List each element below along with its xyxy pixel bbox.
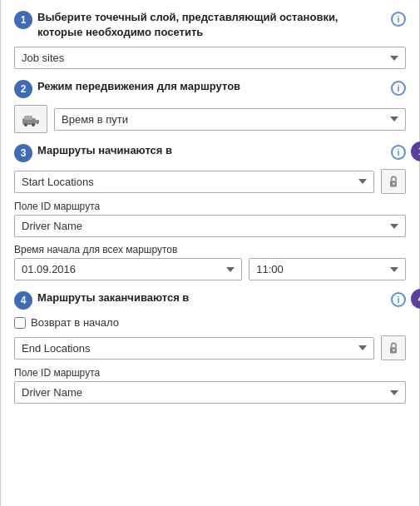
travel-mode-select[interactable]: Время в пути xyxy=(54,108,406,131)
step2-label: Режим передвижения для маршрутов xyxy=(37,79,386,94)
start-lock-button[interactable] xyxy=(381,169,406,194)
job-sites-select[interactable]: Job sites xyxy=(14,47,406,69)
return-to-start-row: Возврат в начало xyxy=(14,316,406,329)
step1-label: Выберите точечный слой, представляющий о… xyxy=(37,10,386,40)
step4-label: Маршруты заканчиваются в xyxy=(37,290,386,305)
svg-point-3 xyxy=(32,123,35,126)
start-time-label: Время начала для всех маршрутов xyxy=(14,244,406,255)
route-id-label-end: Поле ID маршрута xyxy=(14,367,406,379)
route-id-field-row-end: Поле ID маршрута Driver Name 5 xyxy=(14,367,406,404)
driver-name-select-start[interactable]: Driver Name xyxy=(14,215,406,237)
step1-dropdown-row: Job sites xyxy=(14,47,406,69)
svg-point-7 xyxy=(393,183,394,185)
step2-dropdown-row: Время в пути xyxy=(14,105,406,133)
step4-header: 4 Маршруты заканчиваются в i 4 xyxy=(14,290,406,310)
end-locations-select[interactable]: End Locations xyxy=(14,337,374,360)
svg-point-2 xyxy=(24,123,27,126)
start-locations-row: Start Locations 2 xyxy=(14,169,406,194)
end-locations-row: End Locations xyxy=(14,335,406,360)
date-select[interactable]: 01.09.2016 xyxy=(14,258,242,280)
route-id-label-start: Поле ID маршрута xyxy=(14,201,406,212)
step1-header: 1 Выберите точечный слой, представляющий… xyxy=(14,10,406,40)
start-time-row: Время начала для всех маршрутов 01.09.20… xyxy=(14,244,406,280)
step3-circle: 3 xyxy=(14,144,32,162)
step1-info-icon[interactable]: i xyxy=(391,12,406,27)
step4-circle: 4 xyxy=(14,291,32,310)
step3-label: Маршруты начинаются в xyxy=(37,143,386,158)
end-lock-button[interactable] xyxy=(381,335,406,360)
svg-point-9 xyxy=(393,350,394,351)
callout-1: 1 xyxy=(411,141,420,161)
step2-info-icon[interactable]: i xyxy=(391,81,406,96)
step2-circle: 2 xyxy=(14,80,32,98)
svg-rect-1 xyxy=(24,116,32,120)
driver-name-select-end[interactable]: Driver Name xyxy=(14,381,406,404)
travel-mode-icon xyxy=(14,105,47,133)
time-select[interactable]: 11:00 xyxy=(249,258,406,280)
step2-header: 2 Режим передвижения для маршрутов i xyxy=(14,79,406,98)
return-to-start-label: Возврат в начало xyxy=(31,316,119,329)
step3-header: 3 Маршруты начинаются в i 1 xyxy=(14,143,406,162)
return-to-start-checkbox[interactable] xyxy=(14,317,26,329)
step1-circle: 1 xyxy=(14,11,32,29)
route-id-field-row-start: Поле ID маршрута Driver Name 2 xyxy=(14,201,406,237)
step4-info-icon[interactable]: i xyxy=(391,292,406,307)
step3-info-icon[interactable]: i xyxy=(391,145,406,160)
start-locations-select[interactable]: Start Locations xyxy=(14,171,374,193)
callout-4: 4 xyxy=(411,289,420,309)
